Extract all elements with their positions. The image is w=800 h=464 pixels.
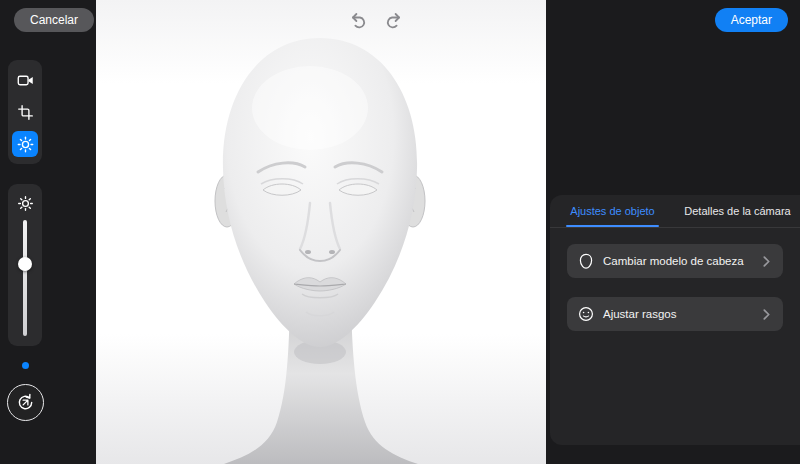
brightness-icon (17, 136, 34, 153)
change-head-model-label: Cambiar modelo de cabeza (603, 255, 744, 267)
undo-icon (348, 10, 368, 30)
brightness-slider-label (14, 192, 36, 214)
blue-indicator-dot (22, 362, 29, 369)
head-outline-icon (578, 253, 594, 269)
reset-view-button[interactable] (7, 384, 44, 421)
toolbar-tools (8, 60, 42, 164)
panel-tabs: Ajustes de objeto Detalles de la cámara (550, 195, 800, 228)
camera-tool-button[interactable] (12, 67, 38, 93)
brightness-icon (17, 195, 34, 212)
cancel-button[interactable]: Cancelar (14, 8, 94, 32)
head-editor-app: Cancelar Aceptar (0, 0, 800, 464)
accept-button[interactable]: Aceptar (715, 8, 788, 32)
face-features-icon (578, 306, 594, 322)
video-camera-icon (17, 72, 34, 89)
crop-icon (17, 104, 34, 121)
lighting-tool-button[interactable] (12, 131, 38, 157)
crop-tool-button[interactable] (12, 99, 38, 125)
adjust-features-label: Ajustar rasgos (603, 308, 677, 320)
chevron-right-icon (761, 256, 772, 267)
undo-button[interactable] (346, 8, 370, 32)
lighting-slider-group (8, 184, 42, 346)
head-model (96, 0, 546, 464)
slider-track[interactable] (23, 220, 27, 336)
panel-item-list: Cambiar modelo de cabeza Ajustar rasgos (550, 228, 800, 331)
rotate-reset-icon (16, 393, 35, 412)
chevron-right-icon (761, 309, 772, 320)
slider-knob[interactable] (18, 257, 32, 271)
brightness-slider[interactable] (18, 220, 32, 336)
tab-object-settings[interactable]: Ajustes de objeto (550, 195, 675, 227)
change-head-model-button[interactable]: Cambiar modelo de cabeza (567, 244, 783, 278)
adjust-features-button[interactable]: Ajustar rasgos (567, 297, 783, 331)
tab-camera-details[interactable]: Detalles de la cámara (675, 195, 800, 227)
redo-button[interactable] (382, 8, 406, 32)
3d-viewport[interactable] (96, 0, 546, 464)
object-settings-panel: Ajustes de objeto Detalles de la cámara … (550, 195, 800, 445)
redo-icon (384, 10, 404, 30)
